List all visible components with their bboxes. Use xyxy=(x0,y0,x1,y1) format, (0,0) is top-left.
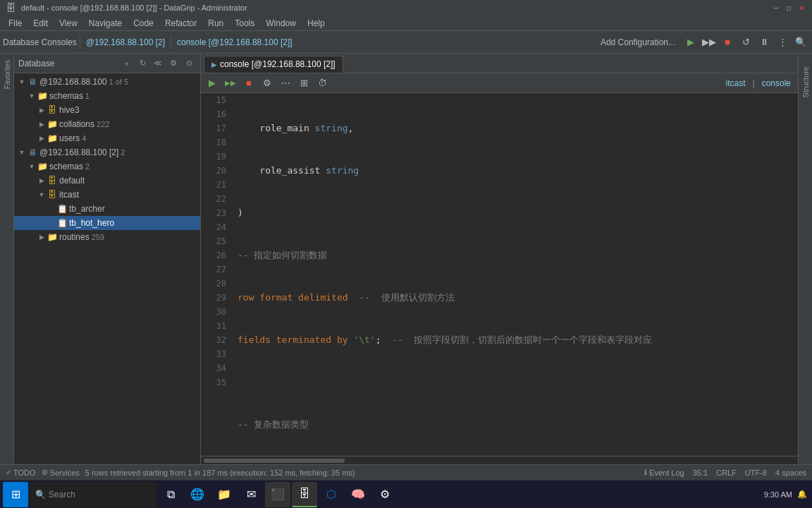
line-num-28: 28 xyxy=(201,277,226,291)
console-more-button[interactable]: ⋯ xyxy=(277,75,294,92)
sidebar-item-hive3[interactable]: ▶ 🗄 hive3 xyxy=(14,103,200,117)
line-ending[interactable]: CRLF xyxy=(716,468,737,477)
horizontal-scrollbar[interactable] xyxy=(201,456,798,464)
start-button[interactable]: ⊞ xyxy=(3,482,28,507)
mail-button[interactable]: ✉ xyxy=(238,482,264,507)
menu-code[interactable]: Code xyxy=(128,17,159,30)
server-icon: 🖥 xyxy=(27,77,38,87)
run-all-button[interactable]: ▶▶ xyxy=(222,75,239,92)
console-toolbar-right: itcast | console xyxy=(721,77,795,90)
menu-run[interactable]: Run xyxy=(202,17,229,30)
structure-tab[interactable]: Structure xyxy=(799,54,812,110)
console-toolbar: ▶ ▶▶ ■ ⚙ ⋯ ⊞ ⏱ itcast | console xyxy=(201,73,798,93)
sidebar-filter-button[interactable]: ⊙ xyxy=(182,56,196,71)
sidebar-item-default[interactable]: ▶ 🗄 default xyxy=(14,174,200,188)
notification-button[interactable]: 🔔 xyxy=(795,482,809,507)
menu-window[interactable]: Window xyxy=(260,17,302,30)
indent-style[interactable]: 4 spaces xyxy=(775,468,806,477)
minimize-button[interactable]: ─ xyxy=(771,3,781,13)
status-bar: ✓ TODO ⚙ Services 5 rows retrieved start… xyxy=(0,464,812,480)
line-num-30: 30 xyxy=(201,305,226,319)
status-left: ✓ TODO ⚙ Services 5 rows retrieved start… xyxy=(6,468,355,477)
left-tabs: Favorites xyxy=(0,54,14,464)
sidebar-item-server1[interactable]: ▼ 🖥 @192.168.88.100 1 of 5 xyxy=(14,75,200,89)
title-bar: 🗄 default - console [@192.168.88.100 [2]… xyxy=(0,0,812,16)
event-log[interactable]: ℹ Event Log xyxy=(644,468,684,477)
schemas2-label: schemas xyxy=(49,162,83,171)
stop-button[interactable]: ■ xyxy=(240,75,257,92)
sidebar-item-users[interactable]: ▶ 📁 users 4 xyxy=(14,131,200,145)
services-badge[interactable]: ⚙ Services xyxy=(42,468,80,477)
search-taskbar[interactable]: 🔍Search xyxy=(30,482,156,507)
code-lines: role_main string, role_assist string ) -… xyxy=(232,93,798,456)
code-line-22: -- 复杂数据类型 xyxy=(238,418,798,432)
sidebar-settings-button[interactable]: ⚙ xyxy=(166,56,180,71)
debug-toolbar-button[interactable]: ▶▶ xyxy=(701,34,718,51)
menu-navigate[interactable]: Navigate xyxy=(83,17,128,30)
todo-badge[interactable]: ✓ TODO xyxy=(6,468,36,477)
itcast-label: itcast xyxy=(59,190,79,200)
intellij-button[interactable]: 🧠 xyxy=(345,482,371,507)
menu-edit[interactable]: Edit xyxy=(27,17,54,30)
menu-file[interactable]: File xyxy=(3,17,27,30)
code-button[interactable]: ⬡ xyxy=(319,482,344,507)
menu-refactor[interactable]: Refactor xyxy=(159,17,202,30)
datagrip-button[interactable]: 🗄 xyxy=(292,482,317,507)
encoding[interactable]: UTF-8 xyxy=(745,468,767,477)
line-num-20: 20 xyxy=(201,164,226,178)
run-toolbar-button[interactable]: ▶ xyxy=(682,34,699,51)
rerun-toolbar-button[interactable]: ↺ xyxy=(737,34,754,51)
table-icon: 📋 xyxy=(56,218,68,228)
code-editor[interactable]: 15 16 17 18 19 20 21 22 23 24 25 26 27 2… xyxy=(201,93,798,456)
favorites-tab[interactable]: Favorites xyxy=(0,54,14,96)
settings-taskbar[interactable]: ⚙ xyxy=(372,482,398,507)
sidebar-item-server2[interactable]: ▼ 🖥 @192.168.88.100 [2] 2 xyxy=(14,145,200,159)
sidebar-refresh-button[interactable]: ↻ xyxy=(135,56,149,71)
sidebar-item-routines[interactable]: ▶ 📁 routines 259 xyxy=(14,230,200,244)
stop-toolbar-button[interactable]: ■ xyxy=(719,34,736,51)
console-tab[interactable]: ▶ console [@192.168.88.100 [2]] xyxy=(204,56,343,73)
sidebar-item-schemas1[interactable]: ▼ 📁 schemas 1 xyxy=(14,89,200,103)
editor-area: ▶ console [@192.168.88.100 [2]] ▶ ▶▶ ■ ⚙… xyxy=(201,54,798,464)
menu-help[interactable]: Help xyxy=(302,17,331,30)
schema-icon: 🗄 xyxy=(47,176,58,186)
maximize-button[interactable]: □ xyxy=(784,3,794,13)
close-button[interactable]: ✕ xyxy=(796,3,806,13)
console-tab-label: console [@192.168.88.100 [2]] xyxy=(220,59,336,69)
routines-count: 259 xyxy=(92,233,104,241)
sidebar-item-schemas2[interactable]: ▼ 📁 schemas 2 xyxy=(14,159,200,174)
run-button[interactable]: ▶ xyxy=(204,75,221,92)
tab-bar: ▶ console [@192.168.88.100 [2]] xyxy=(201,54,798,73)
line-numbers: 15 16 17 18 19 20 21 22 23 24 25 26 27 2… xyxy=(201,93,232,456)
toolbar-connection2: console [@192.168.88.100 [2]] xyxy=(174,37,295,47)
sidebar-add-button[interactable]: + xyxy=(120,56,134,71)
line-num-22: 22 xyxy=(201,192,226,206)
users-label: users xyxy=(59,133,80,143)
sidebar-item-collations[interactable]: ▶ 📁 collations 222 xyxy=(14,117,200,131)
console-history-button[interactable]: ⏱ xyxy=(314,75,331,92)
add-configuration-button[interactable]: Add Configuration... xyxy=(595,34,681,51)
toolbar-title: Database Consoles xyxy=(3,37,77,47)
menu-tools[interactable]: Tools xyxy=(229,17,260,30)
sidebar-item-itcast[interactable]: ▼ 🗄 itcast xyxy=(14,188,200,202)
sidebar-item-tb-archer[interactable]: ▶ 📋 tb_archer xyxy=(14,202,200,216)
pause-toolbar-button[interactable]: ⏸ xyxy=(756,34,773,51)
default-label: default xyxy=(59,176,85,186)
line-num-33: 33 xyxy=(201,347,226,361)
menu-view[interactable]: View xyxy=(54,17,83,30)
taskview-button[interactable]: ⧉ xyxy=(158,482,183,507)
search-everywhere-button[interactable]: 🔍 xyxy=(792,34,809,51)
sidebar-collapse-button[interactable]: ≪ xyxy=(151,56,165,71)
console-settings-button[interactable]: ⚙ xyxy=(259,75,276,92)
code-line-18: -- 指定如何切割数据 xyxy=(238,248,798,262)
explorer-button[interactable]: 📁 xyxy=(211,482,237,507)
browser-button[interactable]: 🌐 xyxy=(185,482,210,507)
server2-label: @192.168.88.100 [2] xyxy=(39,147,118,157)
console-tab-icon: ▶ xyxy=(211,61,217,68)
sidebar-item-tb-hot-hero[interactable]: ▶ 📋 tb_hot_hero xyxy=(14,216,200,230)
console-layout-button[interactable]: ⊞ xyxy=(295,75,312,92)
code-line-15: role_main string, xyxy=(238,121,798,135)
toolbar-more-button[interactable]: ⋮ xyxy=(774,34,791,51)
terminal-button[interactable]: ⬛ xyxy=(265,482,290,507)
table-icon: 📋 xyxy=(56,204,68,214)
